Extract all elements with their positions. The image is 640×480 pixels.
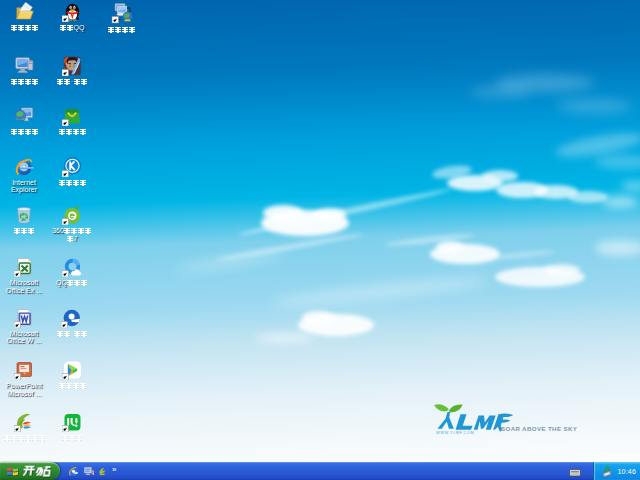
svg-text:SOAR ABOVE THE SKY: SOAR ABOVE THE SKY	[501, 425, 578, 432]
svg-text:WWW.YLMF.COM: WWW.YLMF.COM	[436, 430, 474, 435]
